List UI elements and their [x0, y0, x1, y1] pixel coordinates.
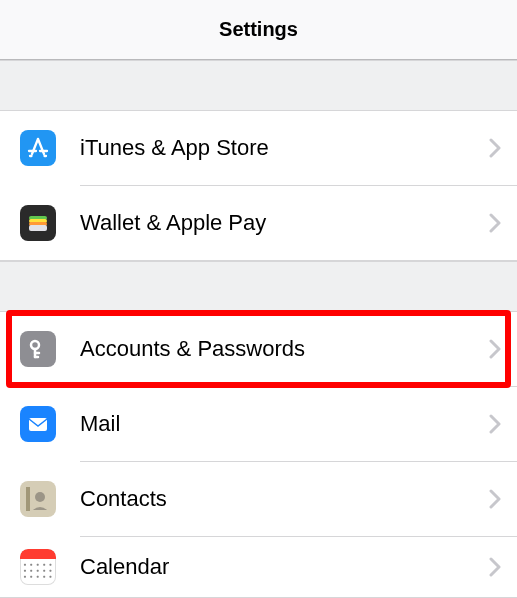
row-contacts[interactable]: Contacts: [0, 462, 517, 536]
row-accounts-passwords[interactable]: Accounts & Passwords: [0, 312, 517, 386]
svg-rect-9: [29, 225, 47, 231]
section-gap: [0, 261, 517, 311]
row-label: Calendar: [80, 554, 489, 580]
row-label: Contacts: [80, 486, 489, 512]
svg-rect-14: [29, 418, 47, 431]
row-label: iTunes & App Store: [80, 135, 489, 161]
row-label: Accounts & Passwords: [80, 336, 489, 362]
mail-icon: [20, 406, 56, 442]
chevron-right-icon: [489, 557, 501, 577]
row-wallet-apple-pay[interactable]: Wallet & Apple Pay: [0, 186, 517, 260]
row-label: Mail: [80, 411, 489, 437]
svg-rect-15: [26, 487, 30, 511]
wallet-icon: [20, 205, 56, 241]
chevron-right-icon: [489, 339, 501, 359]
svg-point-16: [35, 492, 45, 502]
section-gap: [0, 60, 517, 110]
key-icon: [20, 331, 56, 367]
row-itunes-app-store[interactable]: iTunes & App Store: [0, 111, 517, 185]
app-store-icon: [20, 130, 56, 166]
contacts-icon: [20, 481, 56, 517]
chevron-right-icon: [489, 489, 501, 509]
header: Settings: [0, 0, 517, 60]
page-title: Settings: [219, 18, 298, 41]
row-label: Wallet & Apple Pay: [80, 210, 489, 236]
row-mail[interactable]: Mail: [0, 387, 517, 461]
chevron-right-icon: [489, 138, 501, 158]
row-calendar[interactable]: ● ● ● ● ●● ● ● ● ●● ● ● ● ● Calendar: [0, 537, 517, 597]
settings-group-1: iTunes & App Store Wallet & Apple Pay: [0, 110, 517, 261]
calendar-icon: ● ● ● ● ●● ● ● ● ●● ● ● ● ●: [20, 549, 56, 585]
chevron-right-icon: [489, 213, 501, 233]
settings-group-2: Accounts & Passwords Mail Contacts: [0, 311, 517, 598]
chevron-right-icon: [489, 414, 501, 434]
